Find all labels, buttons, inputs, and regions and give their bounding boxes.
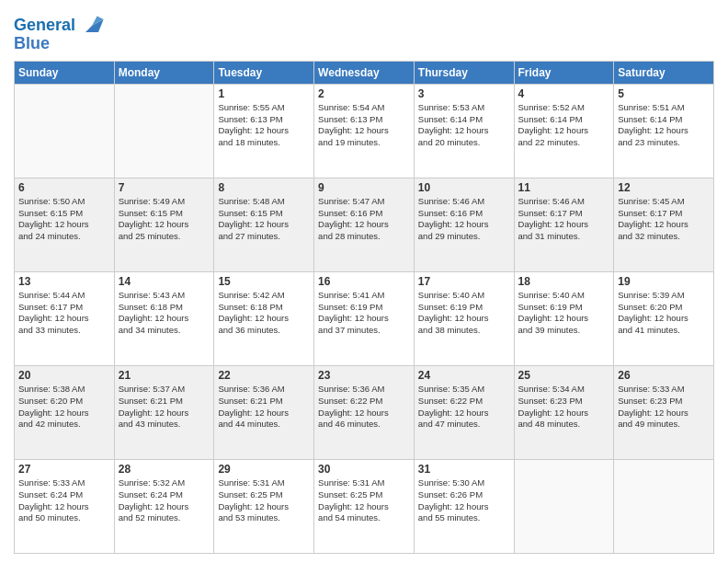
day-number: 11 (518, 181, 610, 194)
day-number: 10 (418, 181, 510, 194)
day-number: 4 (518, 87, 610, 100)
day-number: 16 (318, 275, 410, 288)
day-info: Sunrise: 5:50 AM Sunset: 6:15 PM Dayligh… (18, 196, 110, 243)
calendar-week-row: 1Sunrise: 5:55 AM Sunset: 6:13 PM Daylig… (15, 84, 714, 178)
day-number: 12 (618, 181, 710, 194)
calendar-day-cell (514, 459, 614, 553)
day-number: 23 (318, 369, 410, 382)
day-number: 20 (18, 369, 110, 382)
calendar-day-cell: 12Sunrise: 5:45 AM Sunset: 6:17 PM Dayli… (614, 178, 714, 271)
day-info: Sunrise: 5:32 AM Sunset: 6:24 PM Dayligh… (119, 477, 210, 524)
calendar-day-cell: 18Sunrise: 5:40 AM Sunset: 6:19 PM Dayli… (514, 271, 614, 365)
day-info: Sunrise: 5:31 AM Sunset: 6:25 PM Dayligh… (318, 477, 410, 524)
day-number: 28 (119, 463, 210, 476)
weekday-header: Monday (114, 61, 214, 84)
day-info: Sunrise: 5:54 AM Sunset: 6:13 PM Dayligh… (318, 102, 410, 149)
day-info: Sunrise: 5:45 AM Sunset: 6:17 PM Dayligh… (618, 196, 710, 243)
day-number: 18 (518, 275, 610, 288)
day-number: 31 (418, 463, 510, 476)
day-number: 27 (18, 463, 110, 476)
weekday-header: Wednesday (314, 61, 415, 84)
day-info: Sunrise: 5:52 AM Sunset: 6:14 PM Dayligh… (518, 102, 610, 149)
day-number: 25 (518, 369, 610, 382)
day-info: Sunrise: 5:35 AM Sunset: 6:22 PM Dayligh… (418, 384, 510, 431)
day-info: Sunrise: 5:43 AM Sunset: 6:18 PM Dayligh… (119, 290, 210, 337)
calendar-table: SundayMondayTuesdayWednesdayThursdayFrid… (14, 61, 714, 554)
calendar-day-cell: 1Sunrise: 5:55 AM Sunset: 6:13 PM Daylig… (214, 84, 314, 178)
calendar-day-cell: 14Sunrise: 5:43 AM Sunset: 6:18 PM Dayli… (114, 271, 214, 365)
day-info: Sunrise: 5:55 AM Sunset: 6:13 PM Dayligh… (218, 102, 310, 149)
calendar-day-cell: 10Sunrise: 5:46 AM Sunset: 6:16 PM Dayli… (414, 178, 514, 271)
day-number: 17 (418, 275, 510, 288)
calendar-day-cell: 16Sunrise: 5:41 AM Sunset: 6:19 PM Dayli… (314, 271, 415, 365)
weekday-header: Sunday (15, 61, 115, 84)
day-info: Sunrise: 5:46 AM Sunset: 6:17 PM Dayligh… (518, 196, 610, 243)
day-info: Sunrise: 5:44 AM Sunset: 6:17 PM Dayligh… (18, 290, 110, 337)
weekday-header: Tuesday (214, 61, 314, 84)
day-number: 24 (418, 369, 510, 382)
calendar-day-cell: 19Sunrise: 5:39 AM Sunset: 6:20 PM Dayli… (614, 271, 714, 365)
day-number: 1 (218, 87, 310, 100)
day-info: Sunrise: 5:48 AM Sunset: 6:15 PM Dayligh… (218, 196, 310, 243)
day-number: 9 (318, 181, 410, 194)
day-info: Sunrise: 5:33 AM Sunset: 6:24 PM Dayligh… (18, 477, 110, 524)
day-number: 22 (218, 369, 310, 382)
day-info: Sunrise: 5:37 AM Sunset: 6:21 PM Dayligh… (119, 384, 210, 431)
day-number: 29 (218, 463, 310, 476)
weekday-header: Saturday (614, 61, 714, 84)
day-number: 6 (18, 181, 110, 194)
day-info: Sunrise: 5:47 AM Sunset: 6:16 PM Dayligh… (318, 196, 410, 243)
day-number: 2 (318, 87, 410, 100)
day-info: Sunrise: 5:33 AM Sunset: 6:23 PM Dayligh… (618, 384, 710, 431)
calendar-day-cell: 15Sunrise: 5:42 AM Sunset: 6:18 PM Dayli… (214, 271, 314, 365)
calendar-day-cell (114, 84, 214, 178)
calendar-day-cell: 2Sunrise: 5:54 AM Sunset: 6:13 PM Daylig… (314, 84, 415, 178)
calendar-day-cell: 31Sunrise: 5:30 AM Sunset: 6:26 PM Dayli… (414, 459, 514, 553)
day-info: Sunrise: 5:49 AM Sunset: 6:15 PM Dayligh… (119, 196, 210, 243)
logo: General Blue (14, 9, 105, 53)
day-info: Sunrise: 5:39 AM Sunset: 6:20 PM Dayligh… (618, 290, 710, 337)
day-info: Sunrise: 5:34 AM Sunset: 6:23 PM Dayligh… (518, 384, 610, 431)
calendar-day-cell: 26Sunrise: 5:33 AM Sunset: 6:23 PM Dayli… (614, 365, 714, 459)
day-number: 19 (618, 275, 710, 288)
calendar-day-cell: 24Sunrise: 5:35 AM Sunset: 6:22 PM Dayli… (414, 365, 514, 459)
calendar-day-cell: 6Sunrise: 5:50 AM Sunset: 6:15 PM Daylig… (15, 178, 115, 271)
header: General Blue (14, 9, 714, 53)
calendar-week-row: 13Sunrise: 5:44 AM Sunset: 6:17 PM Dayli… (15, 271, 714, 365)
day-number: 13 (18, 275, 110, 288)
calendar-day-cell: 29Sunrise: 5:31 AM Sunset: 6:25 PM Dayli… (214, 459, 314, 553)
calendar-day-cell: 30Sunrise: 5:31 AM Sunset: 6:25 PM Dayli… (314, 459, 415, 553)
calendar-day-cell: 21Sunrise: 5:37 AM Sunset: 6:21 PM Dayli… (114, 365, 214, 459)
calendar-day-cell: 23Sunrise: 5:36 AM Sunset: 6:22 PM Dayli… (314, 365, 415, 459)
day-number: 8 (218, 181, 310, 194)
calendar-week-row: 6Sunrise: 5:50 AM Sunset: 6:15 PM Daylig… (15, 178, 714, 271)
calendar-week-row: 20Sunrise: 5:38 AM Sunset: 6:20 PM Dayli… (15, 365, 714, 459)
day-info: Sunrise: 5:46 AM Sunset: 6:16 PM Dayligh… (418, 196, 510, 243)
day-info: Sunrise: 5:36 AM Sunset: 6:21 PM Dayligh… (218, 384, 310, 431)
day-number: 14 (119, 275, 210, 288)
day-number: 5 (618, 87, 710, 100)
day-info: Sunrise: 5:31 AM Sunset: 6:25 PM Dayligh… (218, 477, 310, 524)
logo-general: General (14, 16, 75, 34)
day-number: 7 (119, 181, 210, 194)
calendar-day-cell (15, 84, 115, 178)
logo-icon (79, 13, 105, 39)
calendar-day-cell: 17Sunrise: 5:40 AM Sunset: 6:19 PM Dayli… (414, 271, 514, 365)
calendar-day-cell: 9Sunrise: 5:47 AM Sunset: 6:16 PM Daylig… (314, 178, 415, 271)
calendar-day-cell: 8Sunrise: 5:48 AM Sunset: 6:15 PM Daylig… (214, 178, 314, 271)
calendar-day-cell: 28Sunrise: 5:32 AM Sunset: 6:24 PM Dayli… (114, 459, 214, 553)
calendar-day-cell: 5Sunrise: 5:51 AM Sunset: 6:14 PM Daylig… (614, 84, 714, 178)
calendar-header-row: SundayMondayTuesdayWednesdayThursdayFrid… (15, 61, 714, 84)
calendar-day-cell: 11Sunrise: 5:46 AM Sunset: 6:17 PM Dayli… (514, 178, 614, 271)
day-info: Sunrise: 5:53 AM Sunset: 6:14 PM Dayligh… (418, 102, 510, 149)
calendar-day-cell: 20Sunrise: 5:38 AM Sunset: 6:20 PM Dayli… (15, 365, 115, 459)
day-number: 21 (119, 369, 210, 382)
day-number: 30 (318, 463, 410, 476)
day-number: 15 (218, 275, 310, 288)
calendar-day-cell: 27Sunrise: 5:33 AM Sunset: 6:24 PM Dayli… (15, 459, 115, 553)
page: General Blue SundayMondayTuesdayWednesda… (0, 0, 728, 563)
day-info: Sunrise: 5:40 AM Sunset: 6:19 PM Dayligh… (418, 290, 510, 337)
day-info: Sunrise: 5:41 AM Sunset: 6:19 PM Dayligh… (318, 290, 410, 337)
calendar-day-cell (614, 459, 714, 553)
day-number: 3 (418, 87, 510, 100)
